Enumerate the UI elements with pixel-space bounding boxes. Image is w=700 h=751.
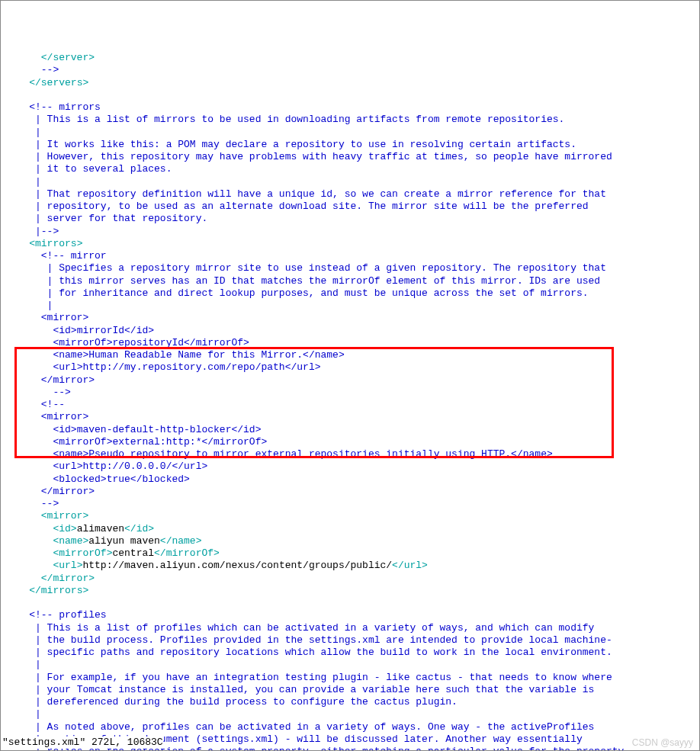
- code-token: <name>: [53, 535, 88, 547]
- code-token: | However, this repository may have prob…: [29, 151, 612, 162]
- code-line[interactable]: -->: [5, 64, 698, 76]
- code-line[interactable]: <url>http://my.repository.com/repo/path<…: [5, 361, 698, 374]
- code-token: <url>: [53, 560, 82, 571]
- code-line[interactable]: [5, 597, 698, 609]
- code-token: |: [29, 659, 41, 670]
- code-line[interactable]: <!-- profiles: [5, 609, 698, 621]
- code-line[interactable]: |: [5, 659, 698, 671]
- code-line[interactable]: |: [5, 127, 698, 139]
- code-token: http://maven.aliyun.com/nexus/content/gr…: [82, 560, 392, 571]
- code-token: | this mirror serves has an ID that matc…: [41, 275, 600, 287]
- code-token: </server>: [41, 52, 95, 63]
- code-line[interactable]: <id>maven-default-http-blocker</id>: [5, 424, 698, 436]
- code-line[interactable]: | server for that repository.: [5, 213, 698, 225]
- code-line[interactable]: -->: [5, 498, 698, 510]
- code-token: | specific paths and repository location…: [29, 647, 612, 658]
- code-line[interactable]: <mirror>: [5, 510, 698, 522]
- code-token: | the build process. Profiles provided i…: [29, 634, 612, 646]
- code-line[interactable]: <name>Human Readable Name for this Mirro…: [5, 349, 698, 361]
- code-token: alimaven: [77, 523, 124, 534]
- code-line[interactable]: | However, this repository may have prob…: [5, 151, 698, 163]
- status-bar: "settings.xml" 272L, 10683C: [2, 737, 163, 749]
- code-line[interactable]: | It works like this: a POM may declare …: [5, 139, 698, 151]
- code-line[interactable]: | for inheritance and direct lookup purp…: [5, 287, 698, 300]
- code-token: <id>maven-default-http-blocker</id>: [53, 424, 261, 435]
- code-token: |: [41, 300, 53, 311]
- code-line[interactable]: <mirror>: [5, 411, 698, 423]
- code-token: | repository, to be used as an alternate…: [29, 201, 588, 212]
- code-token: |: [29, 176, 41, 188]
- code-line[interactable]: <id>alimaven</id>: [5, 523, 698, 535]
- code-token: <!--: [41, 399, 65, 410]
- code-line[interactable]: <mirrors>: [5, 238, 698, 250]
- code-token: | It works like this: a POM may declare …: [29, 139, 576, 150]
- code-line[interactable]: -->: [5, 387, 698, 399]
- code-token: | for inheritance and direct lookup purp…: [41, 287, 589, 299]
- code-token: | Specifies a repository mirror site to …: [41, 262, 606, 274]
- code-line[interactable]: <!-- mirror: [5, 250, 698, 262]
- code-token: central: [112, 547, 154, 559]
- code-line[interactable]: | This is a list of profiles which can b…: [5, 622, 698, 634]
- code-line[interactable]: | That repository definition will have a…: [5, 188, 698, 201]
- code-token: </mirror>: [41, 486, 95, 497]
- code-line[interactable]: | This is a list of mirrors to be used i…: [5, 114, 698, 126]
- code-token: <url>http://my.repository.com/repo/path<…: [53, 361, 320, 373]
- code-line[interactable]: | As noted above, profiles can be activa…: [5, 721, 698, 733]
- code-token: </url>: [392, 560, 428, 571]
- code-token: <mirrors>: [29, 238, 82, 249]
- code-token: <mirror>: [41, 510, 88, 522]
- code-token: -->: [41, 64, 59, 75]
- code-line[interactable]: </mirrors>: [5, 585, 698, 597]
- code-token: <!-- mirror: [41, 250, 107, 262]
- code-line[interactable]: <id>mirrorId</id>: [5, 325, 698, 337]
- code-token: <mirrorOf>: [53, 547, 112, 559]
- code-line[interactable]: <mirrorOf>repositoryId</mirrorOf>: [5, 337, 698, 349]
- code-line[interactable]: | the build process. Profiles provided i…: [5, 634, 698, 647]
- code-token: -->: [41, 498, 59, 509]
- code-line[interactable]: </mirror>: [5, 573, 698, 585]
- code-line[interactable]: | this mirror serves has an ID that matc…: [5, 275, 698, 287]
- code-token: <id>: [53, 523, 76, 534]
- code-line[interactable]: | your Tomcat instance is installed, you…: [5, 684, 698, 696]
- code-line[interactable]: | specific paths and repository location…: [5, 647, 698, 659]
- code-line[interactable]: <!--: [5, 399, 698, 411]
- code-token: | your Tomcat instance is installed, you…: [29, 684, 594, 695]
- code-line[interactable]: <mirrorOf>external:http:*</mirrorOf>: [5, 436, 698, 448]
- code-token: </mirrors>: [29, 585, 88, 596]
- code-line[interactable]: |: [5, 176, 698, 188]
- code-line[interactable]: <url>http://0.0.0.0/</url>: [5, 461, 698, 473]
- code-line[interactable]: <name>aliyun maven</name>: [5, 535, 698, 547]
- code-line[interactable]: | repository, to be used as an alternate…: [5, 201, 698, 213]
- code-token: |-->: [29, 226, 59, 237]
- code-token: <name>Pseudo repository to mirror extern…: [53, 448, 552, 460]
- code-token: <!-- mirrors: [29, 101, 101, 113]
- code-token: </id>: [124, 523, 154, 534]
- code-line[interactable]: <mirrorOf>central</mirrorOf>: [5, 547, 698, 560]
- code-token: | This is a list of mirrors to be used i…: [29, 114, 564, 125]
- code-line[interactable]: | Specifies a repository mirror site to …: [5, 262, 698, 274]
- code-line[interactable]: <name>Pseudo repository to mirror extern…: [5, 448, 698, 461]
- code-line[interactable]: [5, 89, 698, 101]
- code-line[interactable]: <url>http://maven.aliyun.com/nexus/conte…: [5, 560, 698, 572]
- code-editor[interactable]: </server> --> </servers> <!-- mirrors | …: [2, 52, 698, 751]
- code-line[interactable]: </servers>: [5, 77, 698, 89]
- code-token: <mirror>: [41, 312, 88, 323]
- code-line[interactable]: <!-- mirrors: [5, 101, 698, 114]
- code-line[interactable]: | it to several places.: [5, 163, 698, 175]
- code-token: <mirrorOf>repositoryId</mirrorOf>: [53, 337, 249, 348]
- code-token: -->: [53, 387, 70, 398]
- code-line[interactable]: |: [5, 708, 698, 721]
- code-line[interactable]: |: [5, 300, 698, 312]
- code-token: </mirror>: [41, 374, 95, 386]
- code-line[interactable]: <blocked>true</blocked>: [5, 473, 698, 486]
- code-line[interactable]: </server>: [5, 52, 698, 64]
- code-line[interactable]: <mirror>: [5, 312, 698, 324]
- code-token: | For example, if you have an integratio…: [29, 672, 612, 683]
- code-line[interactable]: |-->: [5, 226, 698, 238]
- code-token: </name>: [160, 535, 202, 547]
- code-line[interactable]: | dereferenced during the build process …: [5, 696, 698, 708]
- code-line[interactable]: </mirror>: [5, 486, 698, 498]
- code-line[interactable]: | For example, if you have an integratio…: [5, 672, 698, 684]
- code-line[interactable]: </mirror>: [5, 374, 698, 387]
- code-token: | As noted above, profiles can be activa…: [29, 721, 594, 733]
